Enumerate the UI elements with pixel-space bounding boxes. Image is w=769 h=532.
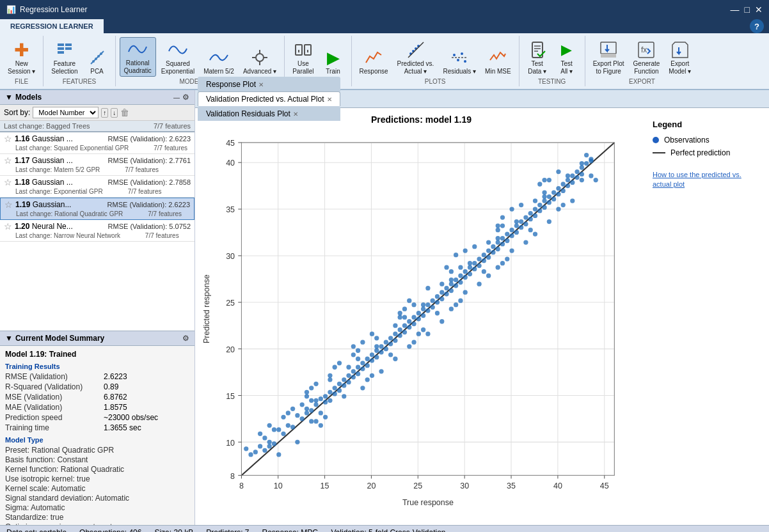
scatter-dot	[407, 299, 411, 303]
model-row: ☆ 1.20 Neural Ne... RMSE (Validation): 5…	[4, 221, 191, 231]
predicted-vs-actual-button[interactable]: Predicted vs.Actual ▾	[393, 38, 438, 77]
scatter-dot	[244, 446, 248, 451]
model-star-icon[interactable]: ☆	[4, 221, 12, 231]
summary-settings-button[interactable]: ⚙	[182, 334, 189, 343]
scatter-dot	[346, 365, 351, 370]
ribbon-tab-main[interactable]: REGRESSION LEARNER	[0, 19, 104, 33]
models-settings-button[interactable]: ⚙	[182, 93, 189, 102]
test-all-button[interactable]: ▶ TestAll ▾	[553, 38, 581, 77]
scatter-dot	[533, 214, 537, 218]
metric-row: MAE (Validation) 1.8575	[5, 403, 189, 412]
scatter-dot	[468, 261, 472, 265]
legend-line-icon	[653, 152, 665, 153]
legend-item-dot: Observations	[653, 136, 757, 145]
new-session-button[interactable]: ✚ NewSession ▾	[4, 38, 39, 77]
svg-text:15: 15	[226, 392, 235, 401]
model-star-icon[interactable]: ☆	[4, 134, 12, 144]
export-plot-button[interactable]: Export Plotto Figure	[589, 38, 628, 77]
model-list-item-1.18[interactable]: ☆ 1.18 Gaussian ... RMSE (Validation): 2…	[0, 176, 194, 198]
squared-exponential-button[interactable]: SquaredExponential	[157, 38, 198, 77]
advanced-button[interactable]: Advanced ▾	[239, 46, 280, 77]
min-mse-button[interactable]: Min MSE	[481, 46, 515, 77]
generate-function-button[interactable]: fx GenerateFunction	[630, 38, 664, 77]
model-rmse: RMSE (Validation): 2.7761	[108, 157, 191, 164]
model-list-item-1.17[interactable]: ☆ 1.17 Gaussian ... RMSE (Validation): 2…	[0, 154, 194, 176]
svg-point-25	[453, 54, 456, 56]
rational-quadratic-button[interactable]: RationalQuadratic	[120, 37, 156, 77]
delete-model-button[interactable]: 🗑	[120, 107, 129, 118]
model-subrow: Last change: Rational Quadratic GPR 7/7 …	[4, 210, 190, 218]
scatter-dot	[388, 341, 393, 346]
sort-desc-button[interactable]: ↓	[111, 108, 118, 118]
model-type-detail: Standardize: true	[5, 513, 189, 522]
test-all-icon: ▶	[557, 40, 577, 60]
maximize-button[interactable]: □	[745, 4, 750, 15]
svg-text:fx: fx	[641, 45, 647, 54]
matern52-button[interactable]: Matern 5/2	[200, 46, 238, 77]
scatter-dot	[370, 352, 374, 357]
pca-button[interactable]: PCA	[83, 46, 111, 77]
use-parallel-button[interactable]: UseParallel	[289, 38, 317, 77]
collapse-summary-icon[interactable]: ▼	[5, 334, 13, 343]
scatter-dot	[440, 297, 444, 301]
model-list-item-1.16[interactable]: ☆ 1.16 Gaussian ... RMSE (Validation): 2…	[0, 132, 194, 154]
sort-asc-button[interactable]: ↑	[101, 108, 108, 118]
export-model-button[interactable]: ExportModel ▾	[665, 38, 695, 77]
legend-item-line: Perfect prediction	[653, 148, 757, 157]
scatter-dot	[486, 255, 491, 260]
legend-link[interactable]: How to use the predicted vs. actual plot	[653, 170, 757, 190]
plot-tab-response-plot[interactable]: Response Plot✕	[198, 77, 340, 91]
main-chart-svg: 8 10 15 20 25 30 35 40 45	[202, 130, 641, 515]
scatter-dot	[458, 265, 463, 269]
response-button[interactable]: Response	[356, 46, 392, 77]
residuals-button[interactable]: Residuals ▾	[439, 46, 480, 77]
minimize-button[interactable]: —	[731, 4, 740, 15]
model-star-icon[interactable]: ☆	[4, 177, 12, 187]
scatter-dot	[272, 427, 276, 432]
scatter-dot	[561, 203, 566, 207]
model-list-item-1.20[interactable]: ☆ 1.20 Neural Ne... RMSE (Validation): 5…	[0, 220, 194, 242]
plot-tab-validation-predicted-vs.-actual-plot[interactable]: Validation Predicted vs. Actual Plot✕	[198, 91, 340, 106]
help-button[interactable]: ?	[750, 19, 764, 33]
scatter-dot	[365, 363, 370, 368]
chart-title: Predictions: model 1.19	[202, 114, 641, 125]
metric-value: 6.8762	[104, 393, 127, 402]
scatter-dot	[533, 231, 537, 236]
model-type-detail: Signal standard deviation: Automatic	[5, 494, 189, 503]
svg-text:35: 35	[507, 481, 516, 490]
collapse-models-icon[interactable]: ▼	[5, 93, 13, 102]
train-button[interactable]: ▶ Train	[319, 46, 347, 77]
scatter-dot	[556, 169, 560, 174]
model-star-icon[interactable]: ☆	[4, 199, 13, 210]
scatter-dot	[575, 169, 579, 174]
model-subrow: Last change: Exponential GPR 7/7 feature…	[4, 187, 191, 196]
test-data-button[interactable]: TestData ▾	[523, 38, 551, 77]
metric-value: ~23000 obs/sec	[104, 413, 158, 422]
plot-tab-close-icon[interactable]: ✕	[258, 81, 264, 88]
svg-text:20: 20	[367, 481, 376, 490]
scatter-dot	[319, 411, 323, 415]
scatter-dot	[440, 290, 444, 295]
close-button[interactable]: ✕	[755, 4, 763, 15]
model-list-item-1.19[interactable]: ☆ 1.19 Gaussian... RMSE (Validation): 2.…	[0, 198, 194, 220]
scatter-dot	[580, 172, 584, 176]
feature-selection-button[interactable]: FeatureSelection	[47, 38, 81, 77]
rational-quadratic-icon	[127, 39, 148, 59]
predicted-vs-actual-label: Predicted vs.Actual ▾	[397, 60, 434, 75]
scatter-dot	[547, 178, 551, 182]
scatter-dot	[500, 236, 505, 240]
plots-group-label: PLOTS	[425, 78, 446, 85]
scatter-dot	[519, 203, 523, 207]
metric-row: Prediction speed ~23000 obs/sec	[5, 413, 189, 422]
plot-tab-label: Response Plot	[206, 80, 256, 89]
plot-tab-close-icon[interactable]: ✕	[327, 96, 332, 103]
scatter-dot	[305, 407, 309, 411]
model-star-icon[interactable]: ☆	[4, 155, 12, 166]
scatter-dot	[346, 380, 351, 384]
scatter-dot	[509, 248, 514, 253]
sort-by-select[interactable]: Model Number RMSE	[33, 107, 99, 118]
model-type-detail: Kernel scale: Automatic	[5, 484, 189, 493]
scatter-dot	[500, 242, 505, 246]
metric-value: 1.8575	[104, 403, 127, 412]
models-minimize-button[interactable]: —	[173, 93, 180, 102]
